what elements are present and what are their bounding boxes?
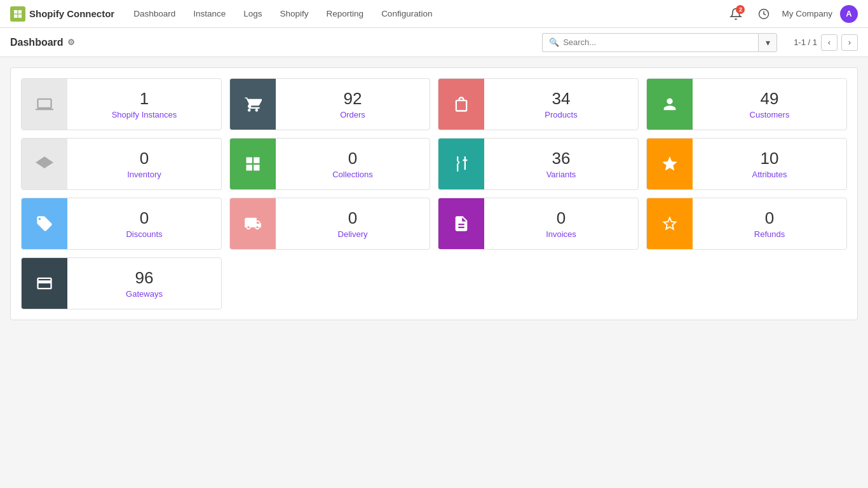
- nav-dashboard[interactable]: Dashboard: [125, 0, 184, 28]
- app-name: Shopify Connector: [29, 8, 114, 19]
- app-logo[interactable]: Shopify Connector: [10, 6, 114, 22]
- top-right-area: 2 My Company A: [726, 4, 858, 24]
- card-number: 0: [765, 208, 774, 228]
- card-label: Customers: [750, 110, 790, 119]
- nav-instance[interactable]: Instance: [184, 0, 234, 28]
- card-body: 0 Invoices: [484, 198, 638, 249]
- card-body: 10 Attributes: [693, 139, 846, 189]
- card-body: 34 Products: [484, 79, 638, 130]
- notification-badge: 2: [736, 5, 745, 14]
- dashboard-card-invoices[interactable]: 0 Invoices: [438, 198, 639, 250]
- cards-grid: 1 Shopify Instances 92 Orders 34 Product…: [21, 78, 847, 309]
- search-dropdown-button[interactable]: ▾: [758, 33, 777, 52]
- svg-rect-3: [18, 14, 22, 17]
- search-input-wrap: 🔍: [542, 33, 758, 52]
- card-label: Inventory: [127, 170, 161, 179]
- card-icon-tag: [22, 198, 67, 249]
- page-title-area: Dashboard ⚙: [10, 37, 75, 48]
- card-icon-fork: [438, 139, 484, 189]
- dashboard-card-attributes[interactable]: 10 Attributes: [646, 138, 847, 190]
- nav-logs[interactable]: Logs: [234, 0, 271, 28]
- card-icon-star-outline: [647, 198, 693, 249]
- card-body: 96 Gateways: [67, 258, 221, 309]
- svg-rect-1: [18, 10, 22, 13]
- card-label: Orders: [340, 110, 365, 119]
- card-label: Attributes: [752, 170, 787, 179]
- card-icon-bag: [438, 79, 484, 130]
- card-icon-cart: [230, 79, 276, 130]
- dashboard-card-orders[interactable]: 92 Orders: [229, 78, 430, 130]
- dashboard-card-products[interactable]: 34 Products: [438, 78, 639, 130]
- dashboard-card-gateways[interactable]: 96 Gateways: [21, 257, 222, 309]
- card-icon-grid: [230, 139, 276, 189]
- card-body: 92 Orders: [276, 79, 430, 130]
- card-label: Invoices: [546, 229, 576, 239]
- card-icon-payment: [22, 258, 67, 309]
- card-number: 1: [140, 89, 149, 109]
- search-input[interactable]: [563, 37, 752, 47]
- card-number: 0: [557, 208, 566, 228]
- dashboard-card-inventory[interactable]: 0 Inventory: [21, 138, 222, 190]
- card-label: Gateways: [126, 289, 163, 299]
- settings-icon[interactable]: ⚙: [67, 37, 75, 47]
- nav-configuration[interactable]: Configuration: [372, 0, 441, 28]
- dashboard-card-shopify-instances[interactable]: 1 Shopify Instances: [21, 78, 222, 130]
- card-label: Shopify Instances: [112, 110, 177, 119]
- notification-button[interactable]: 2: [726, 4, 746, 24]
- card-body: 49 Customers: [693, 79, 846, 130]
- card-label: Collections: [332, 170, 373, 179]
- pagination-prev[interactable]: ‹: [821, 34, 837, 51]
- card-body: 36 Variants: [484, 139, 638, 189]
- toolbar: Dashboard ⚙ 🔍 ▾ 1-1 / 1 ‹ ›: [0, 28, 868, 57]
- card-icon-person: [647, 79, 693, 130]
- dashboard-card-refunds[interactable]: 0 Refunds: [646, 198, 847, 250]
- clock-button[interactable]: [754, 4, 774, 24]
- dashboard-card-discounts[interactable]: 0 Discounts: [21, 198, 222, 250]
- card-label: Refunds: [754, 229, 785, 239]
- card-number: 49: [761, 89, 779, 109]
- card-number: 36: [552, 149, 571, 168]
- card-number: 0: [348, 149, 357, 168]
- card-label: Products: [545, 110, 577, 119]
- company-name[interactable]: My Company: [782, 9, 832, 18]
- nav-reporting[interactable]: Reporting: [318, 0, 373, 28]
- pagination-info: 1-1 / 1 ‹ ›: [794, 34, 858, 51]
- card-body: 0 Collections: [276, 139, 430, 189]
- dashboard-card-collections[interactable]: 0 Collections: [229, 138, 430, 190]
- card-icon-truck: [230, 198, 276, 249]
- nav-shopify[interactable]: Shopify: [271, 0, 318, 28]
- dashboard-card-variants[interactable]: 36 Variants: [438, 138, 639, 190]
- pagination-next[interactable]: ›: [841, 34, 858, 51]
- dashboard-card-customers[interactable]: 49 Customers: [646, 78, 847, 130]
- card-number: 34: [552, 89, 571, 109]
- card-label: Variants: [546, 170, 576, 179]
- nav-links: Dashboard Instance Logs Shopify Reportin…: [125, 0, 441, 28]
- page-title: Dashboard: [10, 37, 64, 48]
- dashboard-card-delivery[interactable]: 0 Delivery: [229, 198, 430, 250]
- svg-rect-0: [14, 10, 17, 13]
- dashboard-container: 1 Shopify Instances 92 Orders 34 Product…: [10, 67, 858, 320]
- card-body: 0 Inventory: [67, 139, 221, 189]
- card-number: 0: [348, 208, 357, 228]
- card-label: Discounts: [126, 229, 162, 239]
- logo-icon: [10, 6, 25, 22]
- card-number: 0: [140, 149, 149, 168]
- main-content: 1 Shopify Instances 92 Orders 34 Product…: [0, 57, 868, 330]
- card-label: Delivery: [338, 229, 368, 239]
- card-number: 10: [761, 149, 779, 168]
- card-icon-dropbox: [22, 139, 67, 189]
- card-number: 92: [344, 89, 362, 109]
- search-area: 🔍 ▾: [542, 33, 777, 52]
- svg-rect-2: [14, 14, 17, 17]
- avatar[interactable]: A: [840, 5, 858, 23]
- card-icon-document: [438, 198, 484, 249]
- card-icon-laptop: [22, 79, 67, 130]
- top-navigation: Shopify Connector Dashboard Instance Log…: [0, 0, 868, 28]
- card-body: 0 Delivery: [276, 198, 430, 249]
- card-number: 0: [140, 208, 149, 228]
- card-number: 96: [135, 268, 154, 288]
- card-body: 0 Refunds: [693, 198, 846, 249]
- search-icon: 🔍: [549, 37, 559, 47]
- card-body: 0 Discounts: [67, 198, 221, 249]
- card-icon-star: [647, 139, 693, 189]
